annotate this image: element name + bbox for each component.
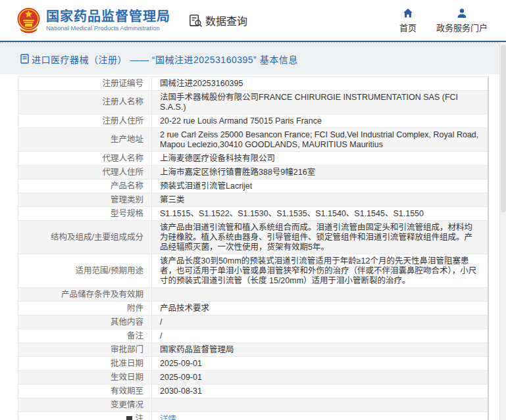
document-search-icon [189,14,203,28]
field-value: 20-22 rue Louis Armand 75015 Paris Franc… [152,114,489,128]
table-row: 有效期至 2030-08-31 [18,385,489,398]
field-label: 注册证编号 [18,77,152,91]
scrollbar-thumb[interactable] [501,45,506,212]
field-label: 注册人住所 [18,114,152,128]
data-query-label: 数据查询 [205,12,247,28]
org-name-cn: 国家药品监督管理局 [46,9,170,24]
field-value: S1.1515、S1.1522、S1.1530、S1.1535、S1.1540、… [152,207,489,221]
table-row: 产品储存条件及有效期 [18,288,489,302]
table-row: 产品名称 预装式泪道引流管Lacrijet [18,179,489,193]
field-label: 生产地址 [18,128,152,152]
nav-item-home[interactable]: 首页 [399,8,417,34]
field-value: 国械注进20253160395 [152,77,489,91]
table-row: 管理类别 第三类 [18,193,489,207]
field-value [152,288,489,302]
table-row: 审批部门 国家药品监督管理局 [18,343,489,357]
home-icon [403,8,413,18]
table-row: 注册人名称 法国手术器械股份有限公司FRANCE CHIRURGIE INSTR… [18,91,489,114]
table-row: 注册证编号 国械注进20253160395 [18,77,489,91]
scrollbar[interactable] [499,42,506,420]
field-label: 代理人住所 [18,166,152,179]
field-value: 2025-09-01 [152,357,489,371]
field-value: 上海市嘉定区徐行镇曹胜路388号9幢216室 [152,166,489,179]
table-row: 结构及组成/主要组成成分 该产品由泪道引流管和植入系统组合而成。泪道引流管由固定… [18,221,489,254]
data-query-tab[interactable]: 数据查询 [189,12,247,28]
field-value: / [152,315,489,329]
field-value: 2030-08-31 [152,385,489,398]
field-label: 附件 [18,302,152,315]
field-label: 代理人名称 [18,152,152,166]
page-icon [20,54,29,64]
field-label: 有效期至 [18,385,152,398]
field-label: 其他内容 [18,315,152,329]
table-row-note: 注 详情 [18,412,489,420]
field-value: 预装式泪道引流管Lacrijet [152,179,489,193]
table-row: 代理人名称 上海麦德医疗设备科技有限公司 [18,152,489,166]
field-label: 适用范围/预期用途 [18,254,152,288]
table-row: 批准日期 2025-09-01 [18,357,489,371]
site-logo[interactable]: 国家药品监督管理局 National Medical Products Admi… [17,6,170,35]
field-value [152,398,489,412]
field-label: 批准日期 [18,357,152,371]
field-label: 审批部门 [18,343,152,357]
registration-info-table: 注册证编号 国械注进20253160395 注册人名称 法国手术器械股份有限公司… [18,76,489,420]
field-value: 该产品长度30到50mm的预装式泪道引流管适用于年龄≥12个月的先天性鼻泪管阻塞… [152,254,489,288]
field-value: 产品技术要求 [152,302,489,315]
field-label: 生效日期 [18,371,152,385]
content-area: 注册证编号 国械注进20253160395 注册人名称 法国手术器械股份有限公司… [0,74,506,420]
table-row: 备注 / [18,329,489,343]
field-value: 法国手术器械股份有限公司FRANCE CHIRURGIE INSTRUMENTA… [152,91,489,114]
top-nav: 首页 政务服务门户 [399,8,488,34]
table-row: 生效日期 2025-09-01 [18,371,489,385]
field-label: 产品名称 [18,179,152,193]
nav-item-service-portal[interactable]: 政务服务门户 [436,8,488,34]
field-value: 国家药品监督管理局 [152,343,489,357]
site-header: 国家药品监督管理局 National Medical Products Admi… [0,0,506,41]
field-label: 产品储存条件及有效期 [18,288,152,302]
field-value: 详情 [152,412,489,420]
field-label: 注 [18,412,152,420]
field-value: / [152,329,489,343]
field-label: 注册人名称 [18,91,152,114]
note-detail-link[interactable]: 详情 [160,415,176,420]
nav-item-label: 政务服务门户 [436,21,488,34]
table-row: 型号规格 S1.1515、S1.1522、S1.1530、S1.1535、S1.… [18,207,489,221]
title-band: 进口医疗器械（注册） —— “国械注进20253160395” 基本信息 [0,42,506,74]
table-row: 变更情况 [18,398,489,412]
table-row: 适用范围/预期用途 该产品长度30到50mm的预装式泪道引流管适用于年龄≥12个… [18,254,489,288]
field-label: 型号规格 [18,207,152,221]
note-icon [126,415,133,420]
field-value: 该产品由泪道引流管和植入系统组合而成。泪道引流管由固定头和引流管组成，材料均为硅… [152,221,489,254]
field-value: 第三类 [152,193,489,207]
field-label: 变更情况 [18,398,152,412]
field-label: 管理类别 [18,193,152,207]
field-label: 备注 [18,329,152,343]
user-icon [457,8,467,18]
table-row: 附件 产品技术要求 [18,302,489,315]
field-label: 结构及组成/主要组成成分 [18,221,152,254]
table-row: 代理人住所 上海市嘉定区徐行镇曹胜路388号9幢216室 [18,166,489,179]
field-value: 2025-09-01 [152,371,489,385]
field-value: 2 rue Carl Zeiss 25000 Besancon France; … [152,128,489,152]
table-row: 生产地址 2 rue Carl Zeiss 25000 Besancon Fra… [18,128,489,152]
nav-item-label: 首页 [399,21,417,34]
table-row: 其他内容 / [18,315,489,329]
field-value: 上海麦德医疗设备科技有限公司 [152,152,489,166]
page-title: 进口医疗器械（注册） —— “国械注进20253160395” 基本信息 [32,53,298,66]
org-name-en: National Medical Products Administration [46,24,170,32]
national-emblem-icon [17,6,40,35]
table-row: 注册人住所 20-22 rue Louis Armand 75015 Paris… [18,114,489,128]
